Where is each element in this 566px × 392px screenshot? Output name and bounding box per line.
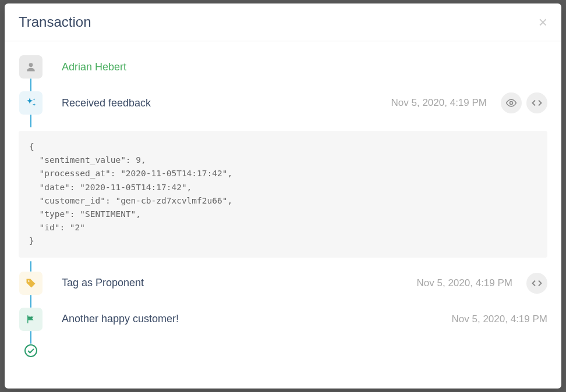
svg-rect-5 <box>30 318 31 319</box>
customer-name-link[interactable]: Adrian Hebert <box>62 61 547 73</box>
svg-point-6 <box>25 345 37 357</box>
modal-header: Transaction × <box>5 3 561 41</box>
person-icon <box>19 55 43 79</box>
timeline-item-tag: Tag as Proponent Nov 5, 2020, 4:19 PM <box>19 272 547 308</box>
event-timestamp: Nov 5, 2020, 4:19 PM <box>452 313 547 325</box>
timeline-item-customer: Adrian Hebert <box>19 55 547 91</box>
event-timestamp: Nov 5, 2020, 4:19 PM <box>391 97 487 109</box>
code-icon <box>532 98 542 108</box>
check-circle-icon <box>24 344 38 358</box>
code-button[interactable] <box>526 273 547 294</box>
view-button[interactable] <box>501 92 522 113</box>
timeline-item-goal: Another happy customer! Nov 5, 2020, 4:1… <box>19 308 547 344</box>
sparkle-icon <box>19 91 43 115</box>
payload-row: { "sentiment_value": 9, "processed_at": … <box>19 131 547 258</box>
flag-icon <box>19 308 43 331</box>
timeline-connector <box>30 115 32 127</box>
modal-body: Adrian Hebert Received feedb <box>5 41 561 372</box>
timeline-connector <box>30 261 32 272</box>
timeline-item-feedback: Received feedback Nov 5, 2020, 4:19 PM <box>19 91 547 127</box>
close-button[interactable]: × <box>539 15 547 30</box>
code-icon <box>532 278 542 288</box>
event-timestamp: Nov 5, 2020, 4:19 PM <box>417 277 512 289</box>
eye-icon <box>505 97 517 109</box>
svg-rect-3 <box>29 316 30 318</box>
timeline-connector <box>30 331 32 344</box>
event-label: Received feedback <box>62 97 391 109</box>
svg-rect-4 <box>31 316 32 318</box>
code-button[interactable] <box>526 92 547 113</box>
svg-point-0 <box>29 63 33 67</box>
timeline-connector <box>30 79 32 91</box>
timeline-item-complete <box>19 344 547 358</box>
modal-title: Transaction <box>19 14 91 30</box>
tag-icon <box>19 272 43 295</box>
json-payload: { "sentiment_value": 9, "processed_at": … <box>19 131 547 258</box>
event-label: Another happy customer! <box>62 313 452 325</box>
timeline: Adrian Hebert Received feedb <box>19 55 547 358</box>
svg-point-1 <box>510 102 513 105</box>
svg-point-2 <box>28 280 30 282</box>
close-icon: × <box>539 13 547 31</box>
event-label: Tag as Proponent <box>62 277 417 289</box>
transaction-modal: Transaction × Adrian Hebert <box>5 3 561 389</box>
timeline-connector <box>30 295 32 308</box>
